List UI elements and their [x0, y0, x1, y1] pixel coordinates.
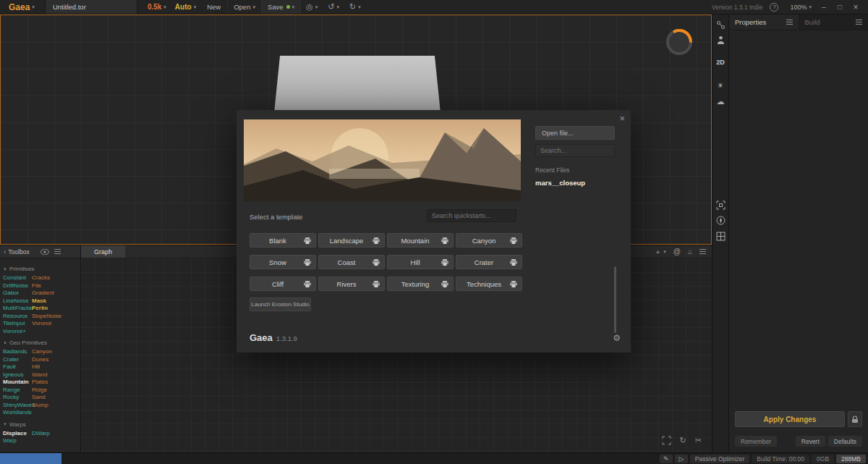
toolbox-node[interactable]: Range	[3, 387, 30, 395]
toolbox-node[interactable]: Mountain	[3, 379, 30, 387]
toolbox-node[interactable]: Worldlands	[3, 409, 30, 417]
toolbox-node[interactable]: Gradient	[32, 290, 80, 298]
optimizer-status[interactable]: Passive Optimizer	[690, 455, 750, 463]
toolbox-node[interactable]: DriftNoise	[3, 282, 30, 290]
home-icon[interactable]: ⌂	[688, 248, 692, 256]
toolbox-node[interactable]: MultiFractal	[3, 305, 30, 313]
grid-floor-icon[interactable]	[712, 230, 728, 242]
toolbox-node[interactable]: Ridge	[32, 387, 80, 395]
toolbox-node[interactable]: Fault	[3, 363, 30, 371]
toolbox-node[interactable]: Island	[32, 371, 80, 379]
zoom-dropdown[interactable]: 100% ▾	[786, 4, 816, 11]
toolbox-node[interactable]: Badlands	[3, 348, 30, 356]
open-button[interactable]: Open ▾	[227, 0, 261, 14]
document-tab[interactable]: Untitled.tor	[45, 0, 137, 14]
graph-menu-icon[interactable]	[699, 251, 706, 252]
tab-build[interactable]: Build	[799, 14, 868, 30]
template-button[interactable]: Crater	[456, 255, 522, 269]
toolbox-node[interactable]: Constant	[3, 274, 30, 282]
lock-button[interactable]	[848, 411, 862, 427]
apply-changes-button[interactable]: Apply Changes	[735, 411, 845, 427]
template-button[interactable]: Texturing	[387, 277, 454, 291]
graph-overlay-icon[interactable]	[712, 19, 728, 30]
collapse-panel-icon[interactable]: ‹	[4, 248, 6, 256]
toolbox-node[interactable]: TileInput	[3, 320, 30, 328]
toolbox-node[interactable]: Displace	[3, 430, 30, 438]
undo-button[interactable]: ↺ ▾	[323, 2, 344, 12]
toolbox-node[interactable]: Mask	[32, 298, 80, 305]
template-button[interactable]: Hill	[387, 255, 454, 269]
build-menu-icon[interactable]	[856, 22, 862, 22]
quickstart-search-input[interactable]	[427, 209, 516, 222]
toolbox-section-primitives[interactable]: ▼ Primitives	[3, 266, 80, 272]
add-node-button[interactable]: ＋▾	[654, 247, 666, 257]
template-button[interactable]: Rivers	[318, 277, 385, 291]
template-scrollbar[interactable]	[614, 266, 616, 333]
toolbox-node[interactable]: File	[32, 282, 80, 290]
mention-icon[interactable]: @	[673, 248, 681, 256]
toolbox-node[interactable]: Crater	[3, 356, 30, 364]
toolbox-node[interactable]: Perlin	[32, 305, 80, 313]
cut-links-icon[interactable]: ✂	[695, 436, 702, 447]
save-button[interactable]: Save ▾	[261, 0, 301, 14]
dialog-close-icon[interactable]: ×	[619, 113, 625, 124]
template-button[interactable]: Blank	[250, 233, 316, 248]
toolbox-node[interactable]: Plates	[32, 379, 80, 387]
tab-properties[interactable]: Properties	[729, 14, 799, 30]
view-2d-toggle[interactable]: 2D	[712, 56, 728, 68]
toolbox-node[interactable]: Dunes	[32, 356, 80, 364]
toolbox-node[interactable]: Warp	[3, 437, 30, 445]
fit-view-icon[interactable]	[712, 199, 728, 211]
launch-erosion-studio-button[interactable]: Launch Erosion Studio	[250, 298, 311, 311]
remember-button[interactable]: Remember	[735, 436, 777, 447]
template-button[interactable]: Cliff	[250, 277, 316, 291]
toolbox-node[interactable]: ShinyWaves	[3, 402, 30, 410]
toolbox-section-warps[interactable]: ▼ Warps	[3, 421, 80, 428]
toolbox-menu-icon[interactable]	[54, 251, 61, 252]
defaults-button[interactable]: Defaults	[828, 436, 862, 447]
toolbox-node[interactable]: Rocky	[3, 394, 30, 402]
build-device-dropdown[interactable]: ◎ ▾	[301, 2, 323, 12]
auto-build-dropdown[interactable]: Auto ▾	[171, 3, 200, 11]
frame-all-icon[interactable]	[662, 436, 671, 447]
compass-icon[interactable]	[712, 214, 728, 226]
toolbox-node[interactable]: DWarp	[32, 430, 80, 438]
file-search-input[interactable]	[535, 144, 615, 157]
maximize-button[interactable]: □	[832, 3, 848, 11]
template-button[interactable]: Coast	[318, 255, 385, 269]
toolbox-node[interactable]: Sand	[32, 394, 80, 402]
window-close-button[interactable]: ×	[848, 2, 864, 12]
minimize-button[interactable]: –	[816, 3, 832, 11]
toolbox-node[interactable]: Voronoi	[32, 320, 80, 328]
annotate-pencil-icon[interactable]: ✎	[660, 455, 673, 463]
sun-icon[interactable]: ☀	[712, 80, 728, 91]
redo-button[interactable]: ↻ ▾	[344, 2, 366, 12]
template-button[interactable]: Techniques	[456, 277, 522, 291]
toolbox-node[interactable]: Hill	[32, 363, 80, 371]
toolbox-section-geo-primitives[interactable]: ▼ Geo Primitives	[3, 339, 80, 346]
scale-person-icon[interactable]	[712, 34, 728, 46]
template-button[interactable]: Mountain	[387, 233, 454, 248]
resolution-dropdown[interactable]: 0.5k ▾	[143, 3, 171, 11]
toolbox-node[interactable]: Canyon	[32, 348, 80, 356]
toolbox-node[interactable]: Igneous	[3, 371, 30, 379]
toolbox-node[interactable]: LineNoise	[3, 298, 30, 305]
toolbox-node[interactable]: Cracks	[32, 274, 80, 282]
template-button[interactable]: Landscape	[318, 233, 385, 248]
toolbox-node[interactable]: SlopeNoise	[32, 313, 80, 321]
eye-icon[interactable]	[41, 249, 49, 255]
toolbox-node[interactable]: Voronoi+	[3, 328, 30, 336]
open-file-button[interactable]: Open file...	[535, 126, 615, 140]
new-button[interactable]: New	[200, 0, 227, 14]
properties-menu-icon[interactable]	[786, 22, 793, 22]
template-button[interactable]: Snow	[250, 255, 316, 269]
recent-file-link[interactable]: mars__closeup	[535, 179, 615, 187]
toolbox-node[interactable]: Slump	[32, 402, 80, 410]
revert-button[interactable]: Revert	[796, 436, 825, 447]
toolbox-node[interactable]: Resource	[3, 313, 30, 321]
tab-graph[interactable]: Graph	[81, 245, 125, 258]
play-icon[interactable]: ▷	[675, 455, 688, 463]
reset-layout-icon[interactable]: ↻	[680, 436, 686, 447]
cloud-icon[interactable]: ☁	[712, 96, 728, 107]
template-button[interactable]: Canyon	[456, 233, 522, 248]
